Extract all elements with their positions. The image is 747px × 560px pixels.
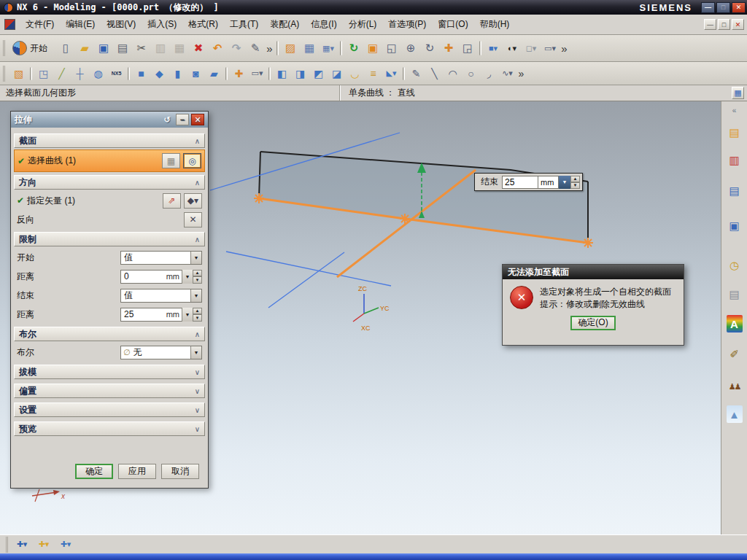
extrude-surface-preview[interactable] xyxy=(259,152,588,243)
thread-icon[interactable]: ≡ xyxy=(365,66,382,82)
shell-icon[interactable]: ◡ xyxy=(347,66,363,82)
toolbar-grip[interactable] xyxy=(6,537,9,553)
subtract-icon[interactable]: ◨ xyxy=(292,66,309,82)
end-distance-input[interactable] xyxy=(502,176,538,189)
menu-item[interactable]: 插入(S) xyxy=(142,15,182,34)
reuse-library-icon[interactable]: ▣ xyxy=(725,217,744,235)
refresh-icon[interactable]: ↻ xyxy=(345,39,363,57)
direct-sketch-icon[interactable]: ▧ xyxy=(10,66,27,82)
cylinder-icon[interactable]: ◍ xyxy=(90,66,107,82)
roles-icon[interactable]: ♟♟ xyxy=(725,378,744,395)
snap-end-point-icon[interactable]: ✚▾ xyxy=(34,537,53,553)
zoom-in-out-icon[interactable]: ⊕ xyxy=(402,39,419,57)
spline-icon[interactable]: ∿▾ xyxy=(499,66,516,82)
scenes-icon[interactable]: ▲ xyxy=(727,405,743,423)
datum-grid-icon[interactable]: ▦ xyxy=(301,39,318,57)
menu-item[interactable]: 首选项(P) xyxy=(382,15,432,34)
assembly-navigator-icon[interactable]: ▤ xyxy=(725,124,744,141)
spin-down-icon[interactable]: ▼ xyxy=(570,182,580,189)
toolbar-grip[interactable] xyxy=(3,66,7,82)
csys-grid-icon[interactable]: ▦▾ xyxy=(320,39,337,57)
vector-dialog-button[interactable]: ⇗ xyxy=(163,193,181,209)
tools-icon[interactable]: ✐ xyxy=(725,346,744,363)
pen-icon[interactable]: ✎ xyxy=(247,39,264,57)
group-header-limits[interactable]: 限制 ∧ xyxy=(14,232,205,246)
mdi-restore-button[interactable]: □ xyxy=(718,19,730,30)
start-distance-spinner[interactable]: ▲ ▼ xyxy=(193,270,202,284)
circle-icon[interactable]: ○ xyxy=(462,66,479,82)
revolve-icon[interactable]: ◆ xyxy=(151,66,168,82)
apply-button[interactable]: 应用 xyxy=(118,464,156,479)
menu-item[interactable]: 信息(I) xyxy=(305,15,342,34)
snap-point-icon[interactable]: ✚▾ xyxy=(12,537,31,553)
group-header-preview[interactable]: 预览 ∨ xyxy=(14,421,205,436)
nx5-sketch-icon[interactable]: NX5 xyxy=(108,66,125,82)
dropdown-arrow-icon[interactable]: ▼ xyxy=(190,346,201,359)
mdi-minimize-button[interactable]: — xyxy=(704,19,716,30)
print-icon[interactable]: ▤ xyxy=(114,39,131,57)
unite-icon[interactable]: ◧ xyxy=(274,66,290,82)
end-option-combo[interactable]: 值 ▼ xyxy=(120,289,202,303)
redo-icon[interactable]: ↷ xyxy=(228,39,245,57)
vector-constructor-button[interactable]: ◆▾ xyxy=(184,193,202,209)
undo-icon[interactable]: ↶ xyxy=(209,39,226,57)
select-curve-row[interactable]: ✔ 选择曲线 (1) ▦ ◎ xyxy=(14,149,205,172)
menu-item[interactable]: 装配(A) xyxy=(264,15,305,34)
delete-icon[interactable]: ✖ xyxy=(190,39,207,57)
notes-icon[interactable]: ▤ xyxy=(725,286,744,303)
profile-icon[interactable]: ✎ xyxy=(408,66,425,82)
fit-view-icon[interactable]: ▣ xyxy=(364,39,382,57)
start-distance-field[interactable]: 0 mm ▼ ▲ ▼ xyxy=(120,270,202,284)
start-button[interactable]: 开始 xyxy=(9,39,53,57)
menu-item[interactable]: 格式(R) xyxy=(182,15,224,34)
render-style-icon[interactable]: ◐▾ xyxy=(503,39,521,57)
cancel-button[interactable]: 取消 xyxy=(161,464,199,479)
graphics-viewport[interactable]: ZC YC XC x 结束 mm ▼ ▲ ▼ xyxy=(0,101,721,534)
save-icon[interactable]: ▣ xyxy=(95,39,112,57)
trim-body-icon[interactable]: ◪ xyxy=(328,66,345,82)
reverse-direction-button[interactable]: ✕ xyxy=(184,212,202,228)
minimize-button[interactable]: — xyxy=(701,2,715,13)
menu-item[interactable]: 编辑(E) xyxy=(60,15,101,34)
spin-up-icon[interactable]: ▲ xyxy=(193,270,202,277)
datum-plane-icon[interactable]: ◳ xyxy=(35,66,52,82)
extrude-icon[interactable]: ■ xyxy=(133,66,150,82)
overflow-chevron-icon[interactable]: » xyxy=(266,39,274,57)
specify-vector-row[interactable]: ✔ 指定矢量 (1) ⇗ ◆▾ xyxy=(14,191,205,210)
history-icon[interactable]: ◷ xyxy=(725,257,744,274)
menu-item[interactable]: 工具(T) xyxy=(224,15,264,34)
pan-view-icon[interactable]: ✚ xyxy=(440,39,457,57)
overflow-chevron-icon[interactable]: » xyxy=(560,39,568,57)
title-bar[interactable]: NX 6 - Modeling - [0000.prt （修改的） ] SIEM… xyxy=(0,0,747,15)
fillet-icon[interactable]: ◞ xyxy=(481,66,498,82)
cut-icon[interactable]: ✂ xyxy=(133,39,150,57)
rotate-view-icon[interactable]: ↻ xyxy=(421,39,438,57)
group-header-settings[interactable]: 设置 ∨ xyxy=(14,402,205,417)
sidebar-grip[interactable]: « xyxy=(725,106,744,115)
spin-up-icon[interactable]: ▲ xyxy=(570,176,580,182)
nx-app-icon[interactable] xyxy=(4,19,15,30)
part-navigator-icon[interactable]: ▤ xyxy=(725,182,744,200)
line-icon[interactable]: ╲ xyxy=(426,66,443,82)
end-distance-value[interactable]: 25 xyxy=(120,308,166,322)
arc-icon[interactable]: ◠ xyxy=(444,66,461,82)
menu-item[interactable]: 视图(V) xyxy=(101,15,142,34)
boolean-combo[interactable]: ∅ 无 ▼ xyxy=(120,346,202,359)
menu-item[interactable]: 窗口(O) xyxy=(432,15,473,34)
toolbar-grip[interactable] xyxy=(3,40,7,56)
constraint-navigator-icon[interactable]: ▥ xyxy=(725,152,744,169)
group-header-draft[interactable]: 拔模 ∨ xyxy=(14,365,205,379)
group-header-direction[interactable]: 方向 ∧ xyxy=(14,175,205,190)
dropdown-arrow-icon[interactable]: ▼ xyxy=(182,308,193,322)
dropdown-arrow-icon[interactable]: ▼ xyxy=(190,289,201,302)
intersect-icon[interactable]: ◩ xyxy=(310,66,327,82)
group-header-boolean[interactable]: 布尔 ∧ xyxy=(14,327,205,341)
shaded-view-icon[interactable]: ■▾ xyxy=(484,39,502,57)
group-header-offset[interactable]: 偏置 ∨ xyxy=(14,384,205,398)
extrude-dialog-titlebar[interactable]: 拉伸 ↺ − ✕ xyxy=(11,112,208,128)
snap-mid-point-icon[interactable]: ✚▾ xyxy=(56,537,75,553)
point-icon[interactable]: ✚ xyxy=(231,66,247,82)
datum-csys-icon[interactable]: ┼ xyxy=(71,66,88,82)
curve-rule-button[interactable]: ◎ xyxy=(183,153,201,168)
spin-down-icon[interactable]: ▼ xyxy=(193,276,202,284)
